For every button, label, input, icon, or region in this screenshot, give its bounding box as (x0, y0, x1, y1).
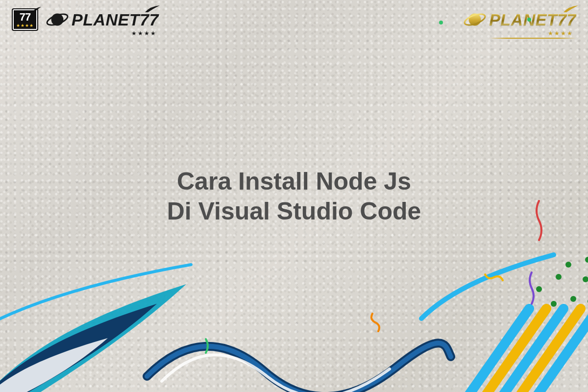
planet-ring-icon (46, 8, 69, 31)
wing-icon (145, 5, 160, 13)
svg-point-11 (570, 296, 576, 302)
badge-number: 77 (20, 12, 30, 23)
planet-ring-icon (464, 8, 486, 31)
wing-icon (564, 5, 578, 13)
svg-point-14 (565, 262, 571, 268)
brand-stars-gold: ★★★★ (548, 30, 573, 37)
decor-stripes-bottom-right (392, 230, 588, 392)
brand-stars-black: ★★★★ (131, 30, 157, 37)
title-line-2: Di Visual Studio Code (0, 196, 588, 226)
wing-icon (32, 6, 41, 13)
planet77-logo-gold: PLANET77 ★★★★ (464, 8, 576, 31)
brand-underline (489, 38, 576, 39)
badge-stars: ★★★★ (16, 24, 34, 28)
svg-point-9 (536, 286, 542, 292)
svg-point-15 (585, 257, 588, 263)
title-line-1: Cara Install Node Js (0, 167, 588, 196)
header-row: 77 ★★★★ PLANET77 ★★★★ PLANET77 (0, 5, 588, 34)
svg-point-13 (551, 301, 557, 307)
planet77-logo-black: PLANET77 ★★★★ (46, 8, 159, 31)
badge-77-logo: 77 ★★★★ (12, 8, 38, 31)
svg-point-10 (556, 274, 562, 280)
header-left-group: 77 ★★★★ PLANET77 ★★★★ (12, 8, 159, 31)
page-title: Cara Install Node Js Di Visual Studio Co… (0, 167, 588, 226)
svg-point-12 (583, 276, 588, 282)
